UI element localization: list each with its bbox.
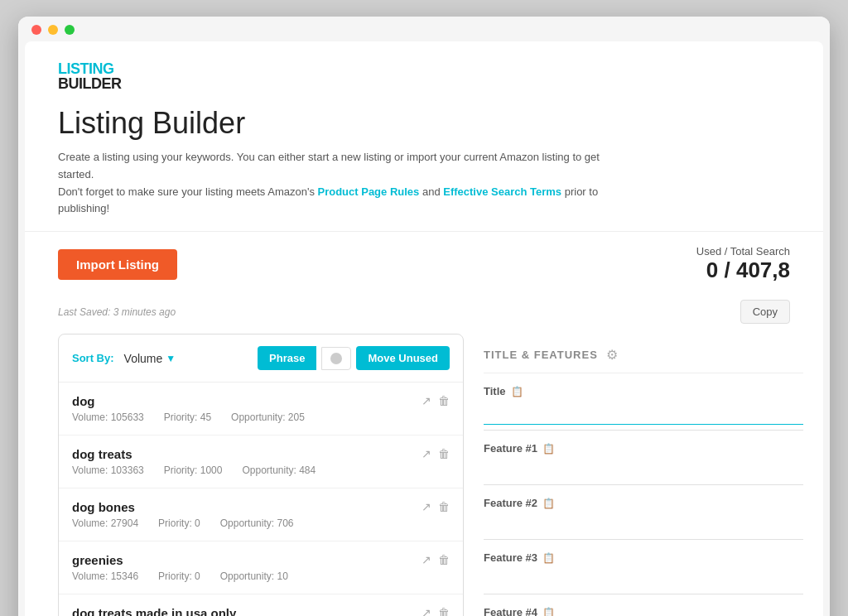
feature-input[interactable] bbox=[484, 460, 803, 479]
feature-field-0: Title 📋 bbox=[484, 373, 803, 431]
keyword-meta: Volume: 15346 Priority: 0 Opportunity: 1… bbox=[72, 570, 450, 582]
features-panel: TITLE & FEATURES ⚙ Title 📋 Feature #1 📋 … bbox=[464, 334, 803, 616]
keyword-item: dog treats made in usa only Volume: 1137… bbox=[59, 594, 463, 616]
keyword-priority: Priority: 45 bbox=[164, 411, 211, 423]
toolbar: Import Listing Used / Total Search 0 / 4… bbox=[25, 232, 823, 296]
keyword-name: dog treats bbox=[72, 447, 450, 461]
close-dot[interactable] bbox=[31, 25, 41, 35]
external-link-icon[interactable]: ↗ bbox=[422, 606, 431, 616]
keyword-meta: Volume: 105633 Priority: 45 Opportunity:… bbox=[72, 411, 450, 423]
delete-icon[interactable]: 🗑 bbox=[438, 500, 450, 513]
sort-select[interactable]: Volume ▼ bbox=[124, 352, 176, 365]
keyword-name: greenies bbox=[72, 553, 450, 567]
copy-small-icon[interactable]: 📋 bbox=[542, 498, 555, 509]
maximize-dot[interactable] bbox=[65, 25, 75, 35]
page-container: LISTING BUILDER Listing Builder Create a… bbox=[25, 41, 823, 616]
sort-value: Volume bbox=[124, 352, 163, 365]
logo-builder: BUILDER bbox=[58, 76, 122, 91]
keywords-header: Sort By: Volume ▼ Phrase Move Unused bbox=[59, 334, 463, 383]
keyword-opportunity: Opportunity: 205 bbox=[231, 411, 305, 423]
delete-icon[interactable]: 🗑 bbox=[438, 394, 450, 407]
feature-label: Title 📋 bbox=[484, 385, 803, 397]
feature-label: Feature #2 📋 bbox=[484, 497, 803, 509]
used-total-value: 0 / 407,8 bbox=[696, 257, 790, 283]
keyword-actions: ↗ 🗑 bbox=[422, 394, 450, 407]
delete-icon[interactable]: 🗑 bbox=[438, 606, 450, 616]
keyword-name: dog bbox=[72, 394, 450, 408]
feature-label-text: Feature #3 bbox=[484, 551, 537, 564]
copy-small-icon[interactable]: 📋 bbox=[542, 607, 555, 616]
keyword-volume: Volume: 103363 bbox=[72, 464, 144, 476]
keyword-item: dog bones Volume: 27904 Priority: 0 Oppo… bbox=[59, 488, 463, 541]
feature-input[interactable] bbox=[484, 402, 803, 422]
keywords-panel: Sort By: Volume ▼ Phrase Move Unused bbox=[58, 334, 464, 616]
keyword-volume: Volume: 27904 bbox=[72, 517, 138, 529]
page-description: Create a listing using your keywords. Yo… bbox=[58, 149, 638, 218]
feature-field-4: Feature #4 📋 bbox=[484, 594, 803, 616]
main-content: Sort By: Volume ▼ Phrase Move Unused bbox=[25, 334, 823, 616]
keyword-actions: ↗ 🗑 bbox=[422, 553, 450, 566]
header: LISTING BUILDER Listing Builder Create a… bbox=[25, 41, 823, 232]
feature-label-text: Title bbox=[484, 385, 506, 397]
keyword-volume: Volume: 105633 bbox=[72, 411, 144, 423]
keyword-meta: Volume: 103363 Priority: 1000 Opportunit… bbox=[72, 464, 450, 476]
sort-by-label: Sort By: bbox=[72, 352, 114, 364]
toggle-dot bbox=[330, 353, 342, 364]
phrase-button[interactable]: Phrase bbox=[258, 346, 316, 370]
feature-underline bbox=[484, 424, 803, 425]
keyword-meta: Volume: 27904 Priority: 0 Opportunity: 7… bbox=[72, 517, 450, 529]
feature-label-text: Feature #1 bbox=[484, 442, 537, 455]
keyword-item: dog treats Volume: 103363 Priority: 1000… bbox=[59, 436, 463, 488]
copy-small-icon[interactable]: 📋 bbox=[511, 386, 523, 397]
keyword-priority: Priority: 0 bbox=[158, 570, 200, 582]
external-link-icon[interactable]: ↗ bbox=[422, 500, 431, 513]
last-saved-text: Last Saved: 3 minutes ago bbox=[58, 306, 176, 318]
app-window: LISTING BUILDER Listing Builder Create a… bbox=[18, 17, 830, 616]
feature-input[interactable] bbox=[484, 569, 803, 589]
chevron-down-icon: ▼ bbox=[166, 353, 176, 364]
minimize-dot[interactable] bbox=[48, 25, 58, 35]
feature-label: Feature #4 📋 bbox=[484, 606, 803, 616]
feature-field-3: Feature #3 📋 bbox=[484, 540, 803, 594]
window-chrome bbox=[18, 17, 830, 35]
copy-small-icon[interactable]: 📋 bbox=[542, 552, 555, 564]
used-total-label: Used / Total Search bbox=[696, 245, 790, 257]
move-unused-button[interactable]: Move Unused bbox=[356, 346, 450, 370]
gear-icon[interactable]: ⚙ bbox=[606, 347, 618, 363]
features-header: TITLE & FEATURES ⚙ bbox=[484, 334, 803, 373]
feature-field-2: Feature #2 📋 bbox=[484, 485, 803, 540]
page-title: Listing Builder bbox=[58, 106, 790, 141]
external-link-icon[interactable]: ↗ bbox=[422, 553, 431, 566]
features-panel-title: TITLE & FEATURES bbox=[484, 349, 598, 361]
last-saved-bar: Last Saved: 3 minutes ago Copy bbox=[25, 296, 823, 334]
keyword-priority: Priority: 0 bbox=[158, 517, 200, 529]
used-total-display: Used / Total Search 0 / 407,8 bbox=[696, 245, 790, 283]
keyword-volume: Volume: 15346 bbox=[72, 570, 138, 582]
keyword-actions: ↗ 🗑 bbox=[422, 447, 450, 460]
feature-label-text: Feature #2 bbox=[484, 497, 537, 509]
phrase-toggle-switch[interactable] bbox=[321, 347, 351, 370]
copy-button[interactable]: Copy bbox=[740, 300, 790, 324]
copy-small-icon[interactable]: 📋 bbox=[542, 443, 555, 455]
feature-input[interactable] bbox=[484, 514, 803, 534]
logo-listing: LISTING bbox=[58, 61, 122, 76]
desc-text-2: Don't forget to make sure your listing m… bbox=[58, 185, 318, 198]
feature-fields-container: Title 📋 Feature #1 📋 Feature #2 📋 Featur… bbox=[484, 373, 803, 616]
external-link-icon[interactable]: ↗ bbox=[422, 447, 431, 460]
desc-text-1: Create a listing using your keywords. Yo… bbox=[58, 151, 600, 180]
keyword-actions: ↗ 🗑 bbox=[422, 606, 450, 616]
feature-label-text: Feature #4 bbox=[484, 606, 537, 616]
phrase-toggle-group: Phrase Move Unused bbox=[258, 346, 450, 370]
keyword-opportunity: Opportunity: 10 bbox=[220, 570, 288, 582]
delete-icon[interactable]: 🗑 bbox=[438, 553, 450, 566]
import-listing-button[interactable]: Import Listing bbox=[58, 249, 177, 280]
effective-search-terms-link[interactable]: Effective Search Terms bbox=[443, 185, 561, 198]
product-page-rules-link[interactable]: Product Page Rules bbox=[318, 185, 420, 198]
feature-label: Feature #3 📋 bbox=[484, 551, 803, 564]
keyword-opportunity: Opportunity: 484 bbox=[242, 464, 316, 476]
feature-field-1: Feature #1 📋 bbox=[484, 431, 803, 485]
external-link-icon[interactable]: ↗ bbox=[422, 394, 431, 407]
keyword-list: dog Volume: 105633 Priority: 45 Opportun… bbox=[59, 383, 463, 616]
delete-icon[interactable]: 🗑 bbox=[438, 447, 450, 460]
desc-text-3: and bbox=[419, 185, 443, 198]
